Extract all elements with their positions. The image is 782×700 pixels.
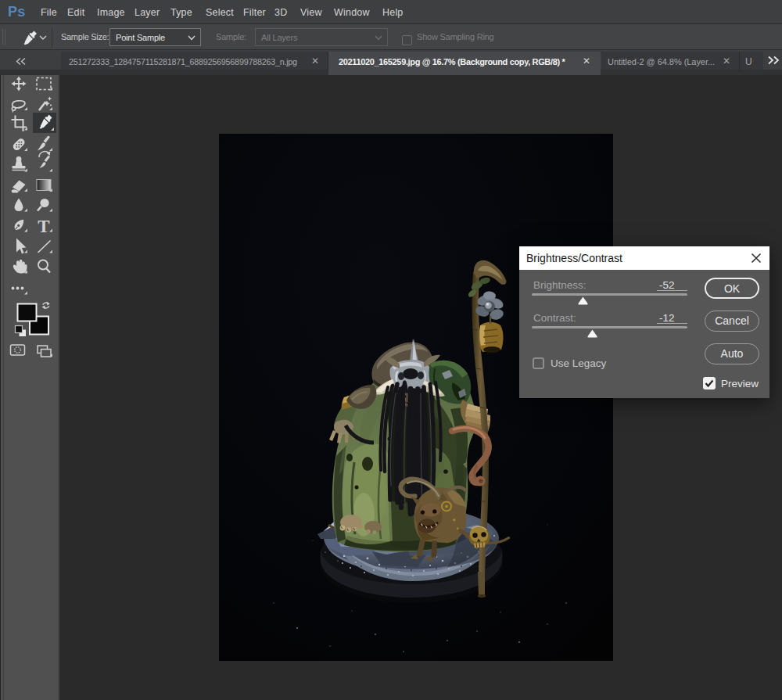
svg-text:T: T (38, 217, 49, 236)
